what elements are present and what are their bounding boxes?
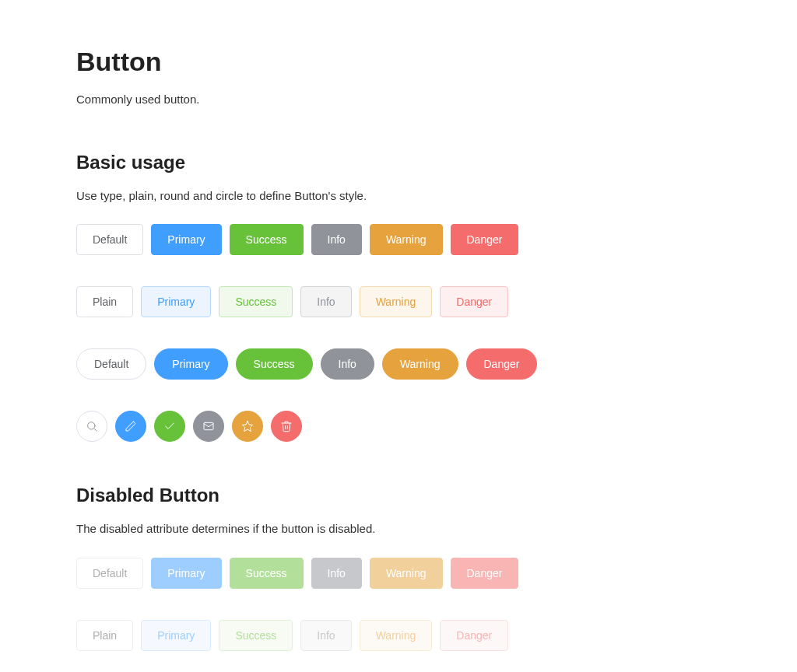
round-success-button[interactable]: Success [236,348,313,380]
success-button[interactable]: Success [230,224,304,255]
search-icon [86,420,98,432]
disabled-plain-info-button: Info [300,620,351,651]
disabled-success-button: Success [230,558,304,589]
basic-row-solid: Default Primary Success Info Warning Dan… [76,224,700,255]
round-warning-button[interactable]: Warning [382,348,458,380]
default-button[interactable]: Default [76,224,143,255]
circle-star-button[interactable] [232,411,263,442]
plain-warning-button[interactable]: Warning [360,286,433,317]
disabled-plain-success-button: Success [219,620,293,651]
plain-success-button[interactable]: Success [219,286,293,317]
svg-point-0 [88,422,95,429]
circle-check-button[interactable] [154,411,185,442]
disabled-plain-button: Plain [76,620,133,651]
plain-danger-button[interactable]: Danger [440,286,508,317]
section-basic-heading: Basic usage [76,152,700,173]
warning-button[interactable]: Warning [370,224,443,255]
round-danger-button[interactable]: Danger [466,348,538,380]
svg-line-1 [94,429,97,431]
svg-rect-2 [204,422,213,429]
plain-primary-button[interactable]: Primary [141,286,211,317]
disabled-warning-button: Warning [370,558,443,589]
basic-row-round: Default Primary Success Info Warning Dan… [76,348,700,380]
page-intro: Commonly used button. [76,91,700,109]
danger-button[interactable]: Danger [451,224,519,255]
delete-icon [280,420,293,432]
circle-delete-button[interactable] [271,411,302,442]
basic-row-circle [76,411,700,442]
star-icon [241,420,254,432]
disabled-plain-danger-button: Danger [440,620,508,651]
plain-button[interactable]: Plain [76,286,133,317]
svg-marker-3 [242,421,252,431]
circle-search-button[interactable] [76,411,107,442]
round-primary-button[interactable]: Primary [154,348,227,380]
page-title: Button [76,47,700,77]
section-disabled-heading: Disabled Button [76,485,700,506]
disabled-plain-primary-button: Primary [141,620,211,651]
disabled-default-button: Default [76,558,143,589]
check-icon [163,420,176,432]
section-basic-desc: Use type, plain, round and circle to def… [76,187,700,205]
disabled-danger-button: Danger [451,558,519,589]
disabled-plain-warning-button: Warning [360,620,433,651]
basic-row-plain: Plain Primary Success Info Warning Dange… [76,286,700,317]
disabled-row-plain: Plain Primary Success Info Warning Dange… [76,620,700,651]
info-button[interactable]: Info [311,224,362,255]
round-info-button[interactable]: Info [321,348,374,380]
round-default-button[interactable]: Default [76,348,146,380]
circle-mail-button[interactable] [193,411,224,442]
section-disabled-desc: The disabled attribute determines if the… [76,520,700,538]
plain-info-button[interactable]: Info [300,286,351,317]
primary-button[interactable]: Primary [151,224,221,255]
mail-icon [202,420,215,432]
circle-edit-button[interactable] [115,411,146,442]
disabled-info-button: Info [311,558,362,589]
edit-icon [125,420,137,432]
disabled-primary-button: Primary [151,558,221,589]
disabled-row-solid: Default Primary Success Info Warning Dan… [76,558,700,589]
